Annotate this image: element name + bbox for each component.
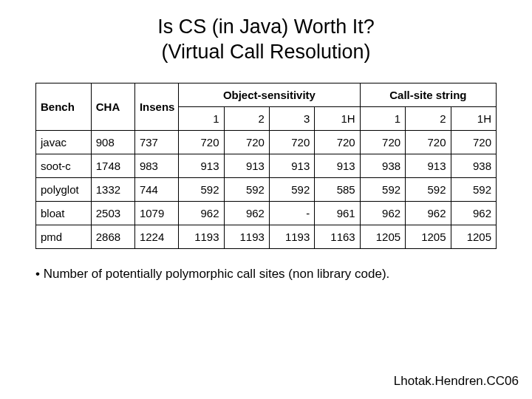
col-obj-2: 2	[224, 106, 269, 130]
col-insens: Insens	[134, 83, 178, 130]
cell-bench: pmd	[36, 225, 92, 248]
cell-o1: 962	[179, 201, 224, 225]
table-row: soot-c 1748 983 913 913 913 913 938 913 …	[36, 154, 497, 177]
citation: Lhotak.Hendren.CC06	[394, 374, 519, 389]
cell-c2: 720	[406, 130, 451, 154]
title-line-2: (Virtual Call Resolution)	[161, 41, 370, 63]
cell-bench: bloat	[36, 201, 92, 225]
cell-o2: 720	[224, 130, 269, 154]
cell-c2: 962	[406, 201, 451, 225]
col-css-1: 1	[360, 106, 405, 130]
header-row-1: Bench CHA Insens Object-sensitivity Call…	[36, 83, 497, 106]
title-line-1: Is CS (in Java) Worth It?	[157, 16, 375, 38]
col-group-object-sensitivity: Object-sensitivity	[179, 83, 361, 106]
cell-o3: -	[269, 201, 314, 225]
cell-c1: 1205	[360, 225, 405, 248]
cell-cha: 2503	[91, 201, 134, 225]
col-bench: Bench	[36, 83, 92, 130]
slide-title: Is CS (in Java) Worth It? (Virtual Call …	[35, 15, 497, 65]
cell-cha: 2868	[91, 225, 134, 248]
cell-o2: 962	[224, 201, 269, 225]
cell-c1h: 938	[451, 154, 496, 177]
cell-bench: soot-c	[36, 154, 92, 177]
cell-cha: 908	[91, 130, 134, 154]
cell-c1h: 592	[451, 177, 496, 201]
cell-insens: 737	[134, 130, 178, 154]
table-row: pmd 2868 1224 1193 1193 1193 1163 1205 1…	[36, 225, 497, 248]
cell-c1: 720	[360, 130, 405, 154]
cell-insens: 1224	[134, 225, 178, 248]
cell-c1h: 962	[451, 201, 496, 225]
col-cha: CHA	[91, 83, 134, 130]
cell-c1: 962	[360, 201, 405, 225]
cell-c2: 913	[406, 154, 451, 177]
cell-c1h: 720	[451, 130, 496, 154]
cell-o1h: 720	[315, 130, 360, 154]
cell-bench: javac	[36, 130, 92, 154]
cell-o3: 1193	[269, 225, 314, 248]
bullet-note: • Number of potentially polymorphic call…	[35, 267, 497, 282]
cell-c1: 938	[360, 154, 405, 177]
cell-o1: 592	[179, 177, 224, 201]
table-row: polyglot 1332 744 592 592 592 585 592 59…	[36, 177, 497, 201]
cell-cha: 1748	[91, 154, 134, 177]
cell-cha: 1332	[91, 177, 134, 201]
results-table: Bench CHA Insens Object-sensitivity Call…	[35, 83, 497, 249]
cell-o1h: 913	[315, 154, 360, 177]
col-obj-3: 3	[269, 106, 314, 130]
cell-o1h: 961	[315, 201, 360, 225]
cell-bench: polyglot	[36, 177, 92, 201]
cell-o3: 913	[269, 154, 314, 177]
cell-o1h: 585	[315, 177, 360, 201]
col-css-2: 2	[406, 106, 451, 130]
table-row: javac 908 737 720 720 720 720 720 720 72…	[36, 130, 497, 154]
cell-o2: 592	[224, 177, 269, 201]
col-obj-1: 1	[179, 106, 224, 130]
col-obj-1h: 1H	[315, 106, 360, 130]
table-body: javac 908 737 720 720 720 720 720 720 72…	[36, 130, 497, 248]
cell-o3: 720	[269, 130, 314, 154]
cell-c2: 1205	[406, 225, 451, 248]
table-row: bloat 2503 1079 962 962 - 961 962 962 96…	[36, 201, 497, 225]
col-css-1h: 1H	[451, 106, 496, 130]
cell-c1: 592	[360, 177, 405, 201]
col-group-call-site-string: Call-site string	[360, 83, 496, 106]
cell-o1: 720	[179, 130, 224, 154]
cell-insens: 983	[134, 154, 178, 177]
cell-o2: 913	[224, 154, 269, 177]
cell-o3: 592	[269, 177, 314, 201]
cell-c1h: 1205	[451, 225, 496, 248]
cell-o1: 913	[179, 154, 224, 177]
cell-insens: 1079	[134, 201, 178, 225]
cell-o2: 1193	[224, 225, 269, 248]
cell-c2: 592	[406, 177, 451, 201]
cell-o1h: 1163	[315, 225, 360, 248]
cell-insens: 744	[134, 177, 178, 201]
cell-o1: 1193	[179, 225, 224, 248]
